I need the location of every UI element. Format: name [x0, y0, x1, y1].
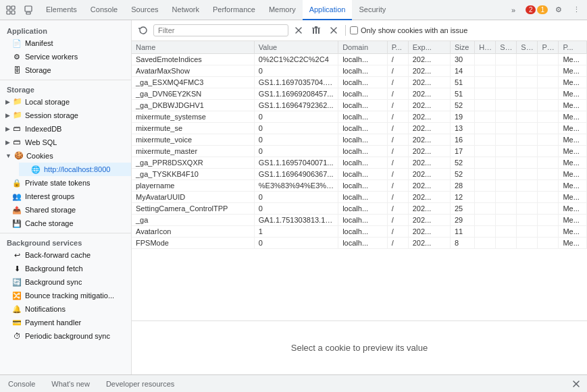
sidebar-item-label: Local storage — [25, 98, 70, 106]
refresh-button[interactable] — [136, 23, 151, 38]
table-row[interactable]: SettingCamera_ControlTPP0localh.../202..… — [132, 203, 587, 215]
tab-memory[interactable]: Memory — [262, 0, 303, 20]
arrow-icon: ▶ — [5, 125, 10, 132]
table-cell: localh... — [338, 134, 388, 146]
warn-badge[interactable]: 1 — [537, 5, 548, 14]
col-header-name[interactable]: Name — [132, 41, 254, 54]
table-cell — [517, 65, 538, 77]
filter-input[interactable] — [153, 24, 288, 36]
delete-button[interactable] — [309, 23, 324, 38]
bottom-tab-console[interactable]: Console — [5, 379, 38, 389]
inspect-icon[interactable] — [3, 2, 19, 18]
periodic-icon: ⏱ — [12, 331, 22, 341]
main-area: Application 📄 Manifest ⚙ Service workers… — [0, 20, 587, 374]
table-row[interactable]: AvatarIcon1localh.../202...11Me... — [132, 226, 587, 237]
sidebar-item-local-storage[interactable]: ▶ 📁 Local storage — [0, 95, 131, 109]
tab-sources[interactable]: Sources — [124, 0, 165, 20]
table-row[interactable]: _ga_DVN6EY2KSNGS1.1.16969208457...localh… — [132, 88, 587, 100]
col-header-value[interactable]: Value — [254, 41, 338, 54]
bg-section-title: Background services — [0, 236, 131, 248]
table-row[interactable]: _ga_PPR8DSXQXRGS1.1.16957040071...localh… — [132, 157, 587, 169]
sidebar-item-periodic-bg-sync[interactable]: ⏱ Periodic background sync — [0, 329, 131, 343]
table-cell — [538, 157, 559, 169]
table-cell: / — [387, 146, 408, 157]
table-cell — [517, 146, 538, 157]
tab-performance[interactable]: Performance — [206, 0, 262, 20]
table-cell — [496, 180, 517, 192]
sidebar-item-interest-groups[interactable]: 👥 Interest groups — [0, 190, 131, 203]
close-filter-button[interactable] — [326, 23, 341, 38]
device-icon[interactable] — [20, 2, 36, 18]
tab-network[interactable]: Network — [165, 0, 206, 20]
table-row[interactable]: mixermute_se0localh.../202...13Me... — [132, 123, 587, 134]
sidebar-item-localhost[interactable]: 🌐 http://localhost:8000 — [19, 163, 131, 176]
tab-application[interactable]: Application — [303, 0, 353, 20]
sidebar-item-manifest[interactable]: 📄 Manifest — [0, 36, 131, 50]
table-row[interactable]: _ga_DKBWJDGHV1GS1.1.16964792362...localh… — [132, 100, 587, 111]
table-row[interactable]: playername%E3%83%94%E3%8...localh.../202… — [132, 180, 587, 192]
col-header-domain[interactable]: Domain — [338, 41, 388, 54]
clear-filter-button[interactable] — [291, 23, 306, 38]
sidebar-item-indexeddb[interactable]: ▶ 🗃 IndexedDB — [0, 122, 131, 136]
sidebar-item-background-sync[interactable]: 🔄 Background sync — [0, 275, 131, 289]
bottom-tab-developer-resources[interactable]: Developer resources — [103, 379, 178, 389]
tab-console[interactable]: Console — [84, 0, 124, 20]
sidebar-item-service-workers[interactable]: ⚙ Service workers — [0, 50, 131, 63]
table-cell: 202... — [408, 237, 450, 249]
sidebar-item-background-fetch[interactable]: ⬇ Background fetch — [0, 262, 131, 275]
sidebar-item-cookies[interactable]: ▼ 🍪 Cookies — [0, 149, 131, 163]
col-header-p[interactable]: P... — [559, 41, 587, 54]
tab-security[interactable]: Security — [352, 0, 392, 20]
table-cell: 202... — [408, 146, 450, 157]
sidebar-item-payment-handler[interactable]: 💳 Payment handler — [0, 316, 131, 329]
table-row[interactable]: MyAvatarUUID0localh.../202...12Me... — [132, 192, 587, 203]
table-cell: 0 — [254, 192, 338, 203]
share-icon: 📤 — [12, 205, 22, 215]
table-row[interactable]: mixermute_master0localh.../202...17Me... — [132, 146, 587, 157]
table-row[interactable]: AvatarMaxShow0localh.../202...14Me... — [132, 65, 587, 77]
sidebar-item-session-storage[interactable]: ▶ 📁 Session storage — [0, 109, 131, 122]
col-header-http[interactable]: Htt... — [475, 41, 496, 54]
table-row[interactable]: _gaGA1.1.751303813.16...localh.../202...… — [132, 215, 587, 226]
table-cell: 8 — [450, 237, 474, 249]
table-cell — [517, 180, 538, 192]
sidebar-item-private-state-tokens[interactable]: 🔒 Private state tokens — [0, 176, 131, 190]
table-cell: Me... — [559, 65, 587, 77]
table-cell — [475, 237, 496, 249]
col-header-sec[interactable]: Sec... — [496, 41, 517, 54]
settings-area: ⚙ ⋮ — [551, 2, 584, 18]
table-row[interactable]: _ga_TYSKKB4F10GS1.1.16964906367...localh… — [132, 169, 587, 180]
sidebar-item-bounce-tracking[interactable]: 🔀 Bounce tracking mitigatio... — [0, 289, 131, 302]
col-header-path[interactable]: P... — [387, 41, 408, 54]
table-cell — [496, 146, 517, 157]
sidebar-item-back-forward-cache[interactable]: ↩ Back-forward cache — [0, 248, 131, 262]
only-issues-checkbox[interactable] — [350, 26, 358, 34]
sidebar-item-shared-storage[interactable]: 📤 Shared storage — [0, 203, 131, 217]
table-row[interactable]: _ga_ESXMQ4FMC3GS1.1.1697035704.1...local… — [132, 77, 587, 88]
only-issues-filter[interactable]: Only show cookies with an issue — [350, 26, 467, 34]
bottom-tab-whats-new[interactable]: What's new — [49, 379, 93, 389]
table-row[interactable]: mixermute_voice0localh.../202...16Me... — [132, 134, 587, 146]
table-row[interactable]: mixermute_systemse0localh.../202...19Me.… — [132, 111, 587, 123]
tab-elements[interactable]: Elements — [39, 0, 84, 20]
table-cell: localh... — [338, 169, 388, 180]
col-header-expires[interactable]: Exp... — [408, 41, 450, 54]
more-options-icon[interactable]: ⋮ — [568, 2, 584, 18]
error-badge[interactable]: 2 — [526, 5, 536, 14]
sidebar-item-notifications[interactable]: 🔔 Notifications — [0, 302, 131, 316]
sidebar-item-cache-storage[interactable]: 💾 Cache storage — [0, 217, 131, 230]
table-row[interactable]: FPSMode0localh.../202...8Me... — [132, 237, 587, 249]
col-header-size[interactable]: Size — [450, 41, 474, 54]
bounce-icon: 🔀 — [12, 291, 22, 300]
table-cell — [475, 226, 496, 237]
table-row[interactable]: SavedEmoteIndices0%2C1%2C2C%2C4localh...… — [132, 54, 587, 65]
col-header-par[interactable]: Par... — [538, 41, 559, 54]
sidebar-item-storage[interactable]: 🗄 Storage — [0, 63, 131, 77]
table-cell: / — [387, 123, 408, 134]
sidebar-item-web-sql[interactable]: ▶ 🗃 Web SQL — [0, 136, 131, 149]
settings-icon[interactable]: ⚙ — [551, 2, 567, 18]
col-header-sa[interactable]: Sa... — [517, 41, 538, 54]
more-tabs-button[interactable]: » — [507, 2, 523, 18]
table-cell: 202... — [408, 192, 450, 203]
bottom-close-button[interactable] — [571, 379, 582, 389]
